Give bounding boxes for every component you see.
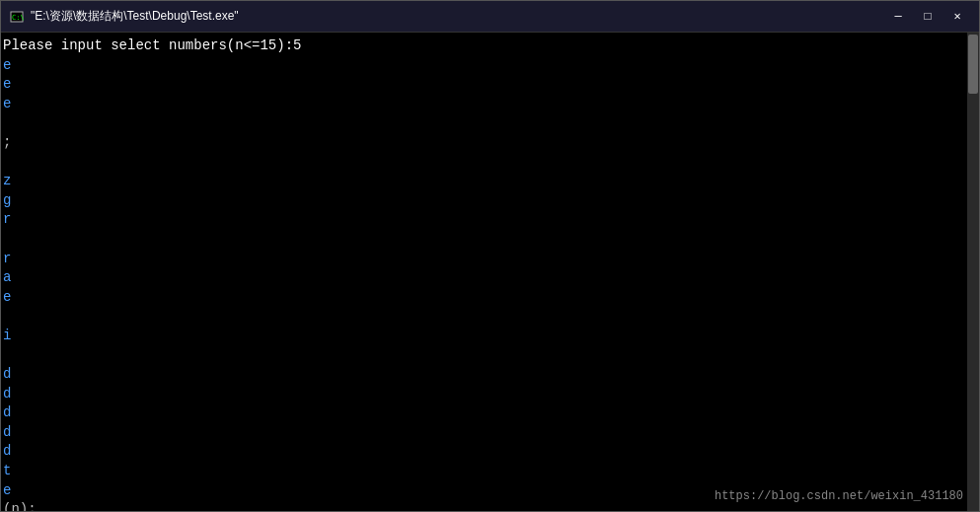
title-bar-left: C:\ "E:\资源\数据结构\Test\Debug\Test.exe" [9, 8, 239, 25]
scrollbar[interactable] [967, 33, 979, 511]
console-line: e [3, 288, 965, 308]
console-line: e [3, 95, 965, 114]
console-line: g [3, 191, 965, 211]
console-line [3, 113, 965, 133]
console-line: e [3, 75, 965, 95]
console-line: ; [3, 133, 965, 153]
console-line: r [3, 210, 965, 230]
svg-text:C:\: C:\ [12, 14, 24, 22]
app-icon: C:\ [9, 9, 25, 25]
console-area: Please input select numbers(n<=15):5 e e… [1, 33, 979, 511]
console-line: z [3, 172, 965, 191]
close-button[interactable]: ✕ [943, 6, 971, 28]
console-line [3, 153, 965, 173]
minimize-button[interactable]: ─ [884, 6, 912, 28]
title-bar: C:\ "E:\资源\数据结构\Test\Debug\Test.exe" ─ □… [1, 1, 979, 33]
console-line [3, 230, 965, 250]
console-line: d [3, 403, 965, 423]
console-line: e [3, 56, 965, 76]
console-line: d [3, 442, 965, 462]
console-line: d [3, 385, 965, 404]
console-line: a [3, 268, 965, 288]
console-line [3, 346, 965, 366]
scrollbar-thumb[interactable] [968, 35, 978, 94]
prompt-line: Please input select numbers(n<=15):5 [3, 37, 965, 56]
watermark: https://blog.csdn.net/weixin_431180 [715, 489, 963, 503]
maximize-button[interactable]: □ [914, 6, 942, 28]
console-line: i [3, 327, 965, 346]
console-line: d [3, 423, 965, 443]
console-line: d [3, 365, 965, 385]
window-title: "E:\资源\数据结构\Test\Debug\Test.exe" [31, 8, 239, 25]
console-line [3, 307, 965, 327]
console-window: C:\ "E:\资源\数据结构\Test\Debug\Test.exe" ─ □… [0, 0, 980, 512]
console-output[interactable]: Please input select numbers(n<=15):5 e e… [1, 33, 967, 511]
console-line: t [3, 462, 965, 481]
window-controls: ─ □ ✕ [884, 6, 971, 28]
console-line: r [3, 250, 965, 269]
